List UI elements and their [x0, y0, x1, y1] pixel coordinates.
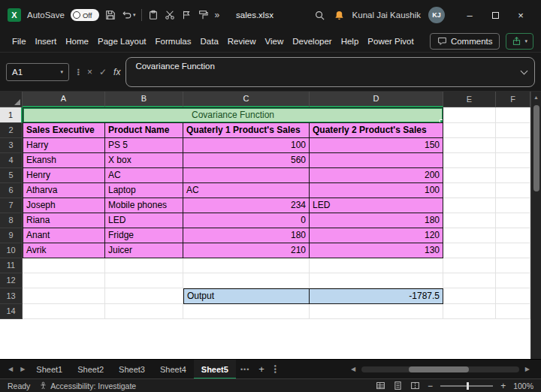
- add-sheet-button[interactable]: +: [254, 363, 269, 375]
- cell[interactable]: Juicer: [105, 243, 183, 258]
- formula-input[interactable]: Covariance Function: [125, 57, 535, 87]
- output-value-cell[interactable]: -1787.5: [310, 288, 443, 304]
- cell[interactable]: 100: [310, 183, 443, 198]
- tab-formulas[interactable]: Formulas: [151, 30, 196, 53]
- cell[interactable]: LED: [105, 213, 183, 228]
- cell[interactable]: [443, 153, 496, 168]
- vertical-scroll-thumb[interactable]: [533, 105, 539, 191]
- cell[interactable]: Henry: [23, 168, 105, 183]
- tab-view[interactable]: View: [261, 30, 289, 53]
- cell[interactable]: [310, 304, 443, 319]
- cell[interactable]: [496, 288, 530, 304]
- cell[interactable]: [496, 138, 530, 153]
- cell[interactable]: [310, 273, 443, 288]
- sheet-nav-right-icon[interactable]: ▶: [17, 366, 29, 372]
- cell[interactable]: [496, 168, 530, 183]
- cell[interactable]: [105, 258, 183, 273]
- cell[interactable]: [443, 258, 496, 273]
- tab-home[interactable]: Home: [61, 30, 93, 53]
- zoom-slider[interactable]: [440, 385, 493, 387]
- cell[interactable]: [310, 153, 443, 168]
- cell[interactable]: 100: [183, 138, 310, 153]
- cancel-icon[interactable]: ×: [87, 67, 92, 77]
- cell[interactable]: Product Name: [105, 123, 183, 138]
- row-header[interactable]: 7: [0, 198, 23, 213]
- cell[interactable]: [496, 273, 530, 288]
- maximize-button[interactable]: [482, 5, 508, 26]
- column-header-b[interactable]: B: [105, 92, 183, 107]
- search-icon[interactable]: [314, 10, 325, 21]
- name-box-caret-icon[interactable]: ▾: [60, 69, 63, 75]
- sheet-nav-left-icon[interactable]: ◀: [5, 366, 17, 372]
- cell[interactable]: [496, 183, 530, 198]
- cell[interactable]: AC: [105, 168, 183, 183]
- cell[interactable]: 234: [183, 198, 310, 213]
- cell[interactable]: [496, 213, 530, 228]
- cell[interactable]: [443, 213, 496, 228]
- cell[interactable]: [443, 107, 496, 123]
- cell[interactable]: [105, 273, 183, 288]
- cell[interactable]: 210: [183, 243, 310, 258]
- enter-icon[interactable]: ✓: [99, 67, 107, 77]
- page-break-view-icon[interactable]: [410, 381, 420, 390]
- tab-power-pivot[interactable]: Power Pivot: [363, 30, 418, 53]
- cell[interactable]: Fridge: [105, 228, 183, 243]
- cell[interactable]: 200: [310, 168, 443, 183]
- cell[interactable]: [496, 258, 530, 273]
- cell[interactable]: Quaterly 1 Product's Sales: [183, 123, 310, 138]
- cell[interactable]: Quaterly 2 Product's Sales: [310, 123, 443, 138]
- autosave-toggle[interactable]: Off: [71, 9, 99, 21]
- sheet-options-icon[interactable]: •••: [271, 363, 279, 375]
- row-header[interactable]: 12: [0, 273, 23, 288]
- row-header[interactable]: 10: [0, 243, 23, 258]
- row-header[interactable]: 14: [0, 304, 23, 319]
- cell[interactable]: [496, 304, 530, 319]
- row-header[interactable]: 9: [0, 228, 23, 243]
- cell[interactable]: 150: [310, 138, 443, 153]
- tab-data[interactable]: Data: [196, 30, 223, 53]
- cell[interactable]: Riana: [23, 213, 105, 228]
- flag-icon[interactable]: [181, 10, 192, 20]
- paste-icon[interactable]: [148, 10, 159, 20]
- cell[interactable]: [105, 288, 183, 304]
- share-button[interactable]: ▾: [506, 33, 533, 50]
- comments-button[interactable]: Comments: [430, 33, 500, 50]
- row-header[interactable]: 1: [0, 107, 23, 123]
- cell[interactable]: 180: [310, 213, 443, 228]
- sheet-tab-sheet2[interactable]: Sheet2: [70, 360, 111, 379]
- cell[interactable]: 0: [183, 213, 310, 228]
- select-all-button[interactable]: [0, 92, 23, 107]
- cell[interactable]: [443, 183, 496, 198]
- zoom-out-button[interactable]: −: [428, 381, 433, 391]
- title-cell[interactable]: Covariance Function: [23, 107, 443, 123]
- column-header-f[interactable]: F: [496, 92, 530, 107]
- row-header[interactable]: 11: [0, 258, 23, 273]
- insert-function-icon[interactable]: fx: [113, 67, 120, 77]
- zoom-level[interactable]: 100%: [513, 381, 533, 390]
- row-header[interactable]: 4: [0, 153, 23, 168]
- cell[interactable]: [183, 258, 310, 273]
- zoom-in-button[interactable]: +: [500, 381, 506, 391]
- cell[interactable]: [310, 258, 443, 273]
- cell[interactable]: PS 5: [105, 138, 183, 153]
- cell[interactable]: [443, 243, 496, 258]
- row-header[interactable]: 2: [0, 123, 23, 138]
- cell[interactable]: Mobile phones: [105, 198, 183, 213]
- horizontal-scrollbar[interactable]: ◀ ▶: [347, 366, 536, 372]
- avatar[interactable]: KJ: [428, 7, 445, 23]
- cell[interactable]: [443, 304, 496, 319]
- page-layout-view-icon[interactable]: [393, 381, 403, 390]
- format-painter-icon[interactable]: [198, 10, 208, 20]
- cell[interactable]: Anant: [23, 228, 105, 243]
- scroll-up-icon[interactable]: ▲: [531, 92, 541, 102]
- cell[interactable]: [23, 304, 105, 319]
- cell[interactable]: [443, 168, 496, 183]
- row-header[interactable]: 8: [0, 213, 23, 228]
- cell[interactable]: [183, 168, 310, 183]
- cell[interactable]: 560: [183, 153, 310, 168]
- name-box[interactable]: A1 ▾: [6, 63, 69, 81]
- save-icon[interactable]: [105, 10, 116, 20]
- close-button[interactable]: ×: [508, 5, 533, 26]
- normal-view-icon[interactable]: [376, 381, 385, 390]
- hscroll-right-icon[interactable]: ▶: [521, 366, 533, 372]
